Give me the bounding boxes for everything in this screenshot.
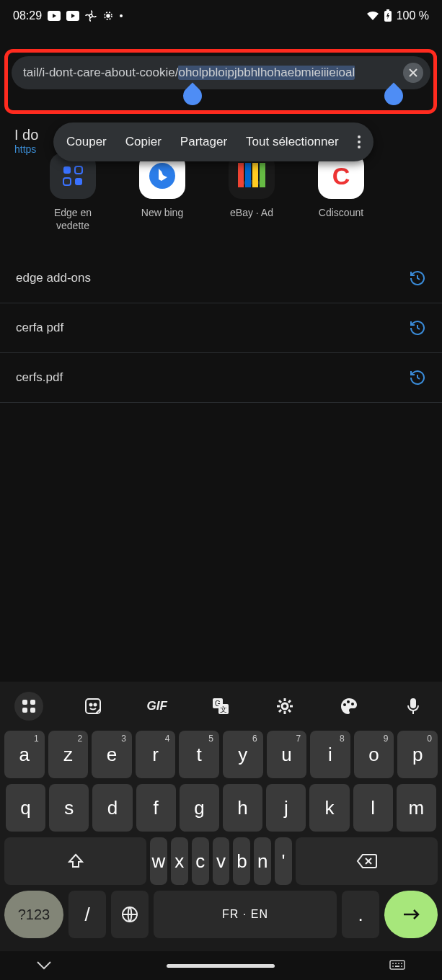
key-language[interactable] <box>111 891 149 938</box>
svg-rect-29 <box>390 961 405 969</box>
svg-point-32 <box>398 963 399 964</box>
history-icon <box>409 319 426 337</box>
key-w[interactable]: w <box>150 837 167 885</box>
tile-ebay[interactable]: eBay · Ad <box>219 153 284 232</box>
key-slash[interactable]: / <box>68 891 106 938</box>
share-button[interactable]: Partager <box>180 135 227 149</box>
kb-theme-button[interactable] <box>335 692 363 721</box>
svg-point-4 <box>107 14 110 17</box>
copy-button[interactable]: Copier <box>125 135 162 149</box>
key-c[interactable]: c <box>192 837 209 885</box>
svg-rect-12 <box>22 700 27 705</box>
key-l[interactable]: l <box>353 784 393 832</box>
address-bar[interactable]: tail/i-dont-care-about-cookie/oholpbloip… <box>12 56 430 89</box>
key-shift[interactable] <box>4 837 146 885</box>
key-t[interactable]: t5 <box>179 731 219 778</box>
key-g[interactable]: g <box>180 784 219 832</box>
key-o[interactable]: o9 <box>354 731 394 778</box>
target-icon <box>102 10 114 22</box>
key-x[interactable]: x <box>171 837 188 885</box>
key-y[interactable]: y6 <box>223 731 263 778</box>
key-backspace[interactable] <box>296 837 438 885</box>
svg-rect-14 <box>22 708 27 713</box>
cut-button[interactable]: Couper <box>66 135 107 149</box>
suggestion-title: I do <box>14 127 38 143</box>
key-s[interactable]: s <box>49 784 89 832</box>
clear-address-button[interactable] <box>403 63 423 83</box>
kb-sticker-button[interactable] <box>79 692 107 721</box>
svg-point-26 <box>351 703 354 705</box>
svg-rect-36 <box>395 966 399 967</box>
svg-point-31 <box>395 963 397 964</box>
recent-text: cerfs.pdf <box>16 370 63 385</box>
history-icon <box>409 369 426 386</box>
system-navbar <box>0 951 442 980</box>
svg-point-35 <box>401 966 402 967</box>
tile-label: eBay · Ad <box>230 206 273 219</box>
key-j[interactable]: j <box>266 784 306 832</box>
kb-gif-button[interactable]: GIF <box>143 692 172 721</box>
recent-searches: edge add-ons cerfa pdf cerfs.pdf <box>0 254 442 403</box>
svg-point-24 <box>343 703 346 706</box>
status-dot <box>120 14 123 17</box>
tile-cdiscount[interactable]: C Cdiscount <box>309 153 374 232</box>
youtube-icon <box>48 11 61 21</box>
key-a[interactable]: a1 <box>4 731 45 778</box>
kb-apps-button[interactable] <box>14 692 43 721</box>
svg-rect-9 <box>63 178 71 185</box>
key-symbols[interactable]: ?123 <box>4 891 63 938</box>
nav-collapse-icon[interactable] <box>36 961 52 971</box>
key-v[interactable]: v <box>213 837 230 885</box>
svg-rect-8 <box>75 166 82 174</box>
kb-translate-button[interactable]: G文 <box>206 692 235 721</box>
keyboard: GIF G文 a1z2e3r4t5y6u7i8o9p0 qsdfghjklm w… <box>0 682 442 951</box>
key-q[interactable]: q <box>6 784 45 832</box>
key-u[interactable]: u7 <box>267 731 307 778</box>
address-text[interactable]: tail/i-dont-care-about-cookie/oholpbloip… <box>23 66 399 80</box>
recent-item[interactable]: edge add-ons <box>0 254 442 303</box>
tile-new-bing[interactable]: New bing <box>130 153 195 232</box>
tile-label: Cdiscount <box>319 206 363 219</box>
address-prefix: tail/i-dont-care-about-cookie/ <box>23 66 178 79</box>
tile-edge-featured[interactable]: Edge en vedette <box>40 153 105 232</box>
svg-text:文: 文 <box>220 705 227 713</box>
key-e[interactable]: e3 <box>92 731 132 778</box>
more-options-button[interactable] <box>358 135 361 148</box>
svg-point-2 <box>89 14 92 17</box>
key-d[interactable]: d <box>92 784 132 832</box>
key-r[interactable]: r4 <box>136 731 176 778</box>
nav-home-pill[interactable] <box>167 964 275 968</box>
svg-rect-7 <box>63 166 71 174</box>
key-b[interactable]: b <box>233 837 250 885</box>
status-time: 08:29 <box>13 9 42 22</box>
key-p[interactable]: p0 <box>397 731 438 778</box>
svg-point-18 <box>94 704 96 706</box>
key-z[interactable]: z2 <box>48 731 89 778</box>
key-m[interactable]: m <box>397 784 436 832</box>
select-all-button[interactable]: Tout sélectionner <box>246 135 339 149</box>
tile-label: New bing <box>141 206 183 219</box>
fan-icon <box>85 10 97 22</box>
key-f[interactable]: f <box>136 784 176 832</box>
recent-item[interactable]: cerfa pdf <box>0 303 442 353</box>
key-k[interactable]: k <box>309 784 349 832</box>
recent-item[interactable]: cerfs.pdf <box>0 353 442 403</box>
key-h[interactable]: h <box>223 784 262 832</box>
kb-settings-button[interactable] <box>270 692 299 721</box>
key-enter[interactable] <box>384 891 438 938</box>
key-dot[interactable]: . <box>342 891 379 938</box>
key-i[interactable]: i8 <box>310 731 350 778</box>
key-apostrophe[interactable]: ' <box>275 837 292 885</box>
kb-voice-button[interactable] <box>399 692 428 721</box>
youtube-icon <box>66 11 79 21</box>
recent-text: cerfa pdf <box>16 321 63 335</box>
svg-point-33 <box>401 963 402 964</box>
key-space[interactable]: FR · EN <box>154 891 337 938</box>
wifi-icon <box>366 11 379 21</box>
suggestion-peek: I do https <box>14 127 38 155</box>
key-n[interactable]: n <box>254 837 271 885</box>
nav-keyboard-switch-icon[interactable] <box>389 959 406 972</box>
address-selection: oholpbloipjbbhlhohaebmieiiieioal <box>178 66 355 80</box>
svg-point-17 <box>89 704 92 706</box>
svg-rect-10 <box>75 178 82 185</box>
